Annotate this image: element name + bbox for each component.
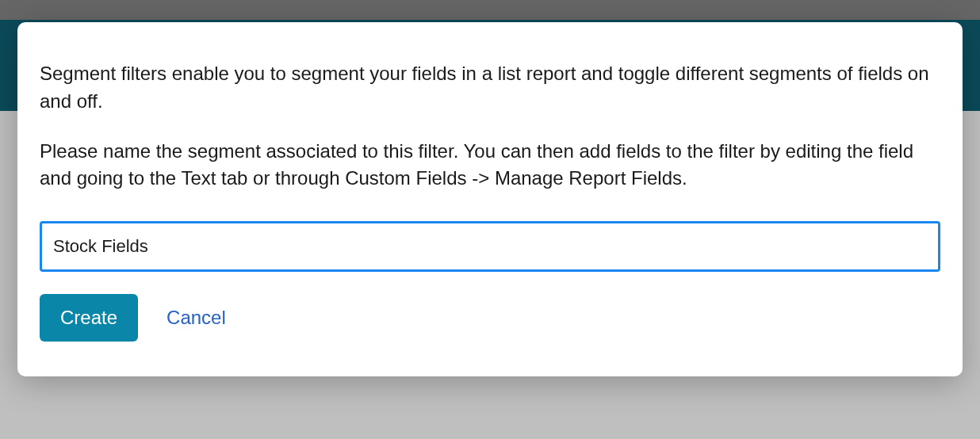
modal-description-2: Please name the segment associated to th… bbox=[40, 138, 940, 193]
modal-actions: Create Cancel bbox=[40, 294, 940, 342]
modal-description-1: Segment filters enable you to segment yo… bbox=[40, 60, 940, 116]
segment-filter-modal: Segment filters enable you to segment yo… bbox=[17, 22, 963, 376]
create-button[interactable]: Create bbox=[40, 294, 138, 342]
segment-name-input[interactable] bbox=[40, 221, 940, 272]
cancel-button[interactable]: Cancel bbox=[167, 307, 226, 329]
